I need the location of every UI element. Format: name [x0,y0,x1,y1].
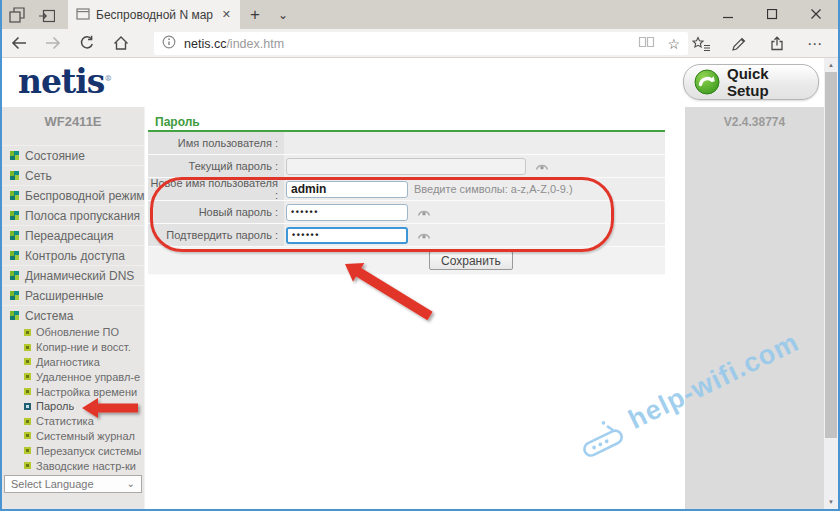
reading-view-icon[interactable] [638,35,655,53]
menu-item-label: Контроль доступа [25,249,125,263]
menu-item-icon [24,329,31,336]
sidebar-item-15[interactable]: Статистика [2,414,145,429]
site-header: netis® Quick Setup [2,58,838,107]
new-password-input[interactable] [286,204,408,221]
new-username-input[interactable] [286,181,408,198]
menu-item-icon [24,388,31,395]
url-path: /index.htm [226,37,284,51]
sidebar-menu: СостояниеСетьБеспроводной режимПолоса пр… [2,145,145,473]
menu-item-label: Статистика [36,415,94,427]
favorite-star-icon[interactable]: ☆ [667,36,680,52]
web-note-pen-icon[interactable] [720,36,758,52]
field-label: Подтвердить пароль : [148,224,284,246]
form-row-current-password: Текущий пароль : [148,155,665,178]
trademark-mark: ® [104,73,112,83]
password-form: Пароль Имя пользователя : Текущий пароль… [148,112,665,275]
menu-item-icon [24,432,31,439]
menu-item-label: Состояние [25,149,85,163]
current-password-input[interactable] [286,158,526,175]
language-select[interactable]: Select Language ⌄ [4,475,142,493]
menu-item-label: Копир-ние и восст. [36,341,131,353]
url-box[interactable]: netis.cc/index.htm ☆ [154,32,688,55]
sidebar-item-14[interactable]: Пароль [2,399,145,414]
forward-icon[interactable] [36,35,70,51]
menu-item-label: Настройка времени [36,386,137,398]
menu-item-label: Полоса пропускания [25,209,140,223]
scrollbar-thumb[interactable] [825,72,837,438]
show-password-eye-icon[interactable] [535,161,549,171]
back-icon[interactable] [2,35,36,51]
quick-setup-button[interactable]: Quick Setup [683,64,819,100]
scroll-up-icon[interactable]: ▲ [824,58,838,72]
field-label: Новый пароль : [148,201,284,223]
save-button[interactable]: Сохранить [429,251,513,270]
sidebar-item-10[interactable]: Копир-ние и восст. [2,340,145,355]
menu-item-icon [10,311,19,320]
form-row-username: Имя пользователя : [148,132,665,155]
more-menu-icon[interactable]: ⋯ [796,35,834,53]
close-tab-icon[interactable]: ✕ [219,8,234,21]
netis-logo: netis® [18,62,112,101]
tabs-set-aside-icon[interactable] [32,0,62,29]
sidebar: WF2411E СостояниеСетьБеспроводной режимП… [2,107,145,509]
sidebar-item-3[interactable]: Полоса пропускания [2,205,145,225]
sidebar-item-1[interactable]: Сеть [2,165,145,185]
menu-item-label: Обновление ПО [36,326,119,338]
quick-setup-icon [694,69,720,95]
sidebar-item-9[interactable]: Обновление ПО [2,325,145,340]
form-row-new-username: Новое имя пользователя : Введите символы… [148,178,665,201]
menu-item-label: Переадресация [25,229,113,243]
form-row-new-password: Новый пароль : [148,201,665,224]
sidebar-item-12[interactable]: Удаленное управл-е [2,369,145,384]
menu-item-label: Сеть [25,169,52,183]
menu-item-icon [24,373,31,380]
set-tabs-aside-icon[interactable] [2,0,32,29]
refresh-icon[interactable] [70,35,104,51]
sidebar-item-4[interactable]: Переадресация [2,225,145,245]
show-password-eye-icon[interactable] [417,207,431,217]
address-bar: netis.cc/index.htm ☆ ⋯ [2,29,838,58]
sidebar-item-18[interactable]: Заводские настр-ки [2,458,145,473]
maximize-button[interactable] [750,0,794,29]
new-tab-button[interactable]: + [240,0,270,29]
hub-favorites-icon[interactable] [682,36,720,52]
minimize-button[interactable] [706,0,750,29]
router-admin-page: netis® Quick Setup WF2411E СостояниеСеть… [2,58,838,509]
confirm-password-input[interactable] [286,227,408,244]
active-tab[interactable]: Беспроводной N марш ✕ [68,0,240,29]
show-password-eye-icon[interactable] [417,230,431,240]
sidebar-item-11[interactable]: Диагностика [2,355,145,370]
menu-item-label: Системный журнал [36,430,135,442]
form-row-save: Сохранить [148,247,665,275]
right-column: V2.4.38774 [685,107,824,509]
url-text[interactable]: netis.cc/index.htm [184,37,638,51]
sidebar-item-5[interactable]: Контроль доступа [2,245,145,265]
sidebar-item-16[interactable]: Системный журнал [2,429,145,444]
menu-item-label: Перезапуск системы [36,445,142,457]
close-window-button[interactable] [794,0,838,29]
page-scrollbar[interactable]: ▲ ▼ [824,58,838,509]
site-info-icon[interactable] [162,35,176,53]
tab-list-chevron-icon[interactable]: ⌄ [270,0,296,29]
menu-item-label: Заводские настр-ки [36,460,136,472]
sidebar-item-6[interactable]: Динамический DNS [2,265,145,285]
menu-item-icon [24,418,31,425]
sidebar-item-13[interactable]: Настройка времени [2,384,145,399]
sidebar-item-17[interactable]: Перезапуск системы [2,443,145,458]
sidebar-item-8[interactable]: Система [2,305,145,325]
sidebar-item-7[interactable]: Расширенные [2,285,145,305]
field-label: Текущий пароль : [148,155,284,177]
form-row-confirm-password: Подтвердить пароль : [148,224,665,247]
field-label: Имя пользователя : [148,132,284,154]
sidebar-item-0[interactable]: Состояние [2,145,145,165]
menu-item-icon [10,251,19,260]
share-icon[interactable] [758,36,796,52]
chevron-down-icon: ⌄ [127,476,135,492]
home-icon[interactable] [104,35,138,51]
menu-item-icon [10,171,19,180]
sidebar-item-2[interactable]: Беспроводной режим [2,185,145,205]
url-host: netis.cc [184,37,226,51]
menu-item-icon [10,271,19,280]
menu-item-icon [10,231,19,240]
scroll-down-icon[interactable]: ▼ [824,495,838,509]
